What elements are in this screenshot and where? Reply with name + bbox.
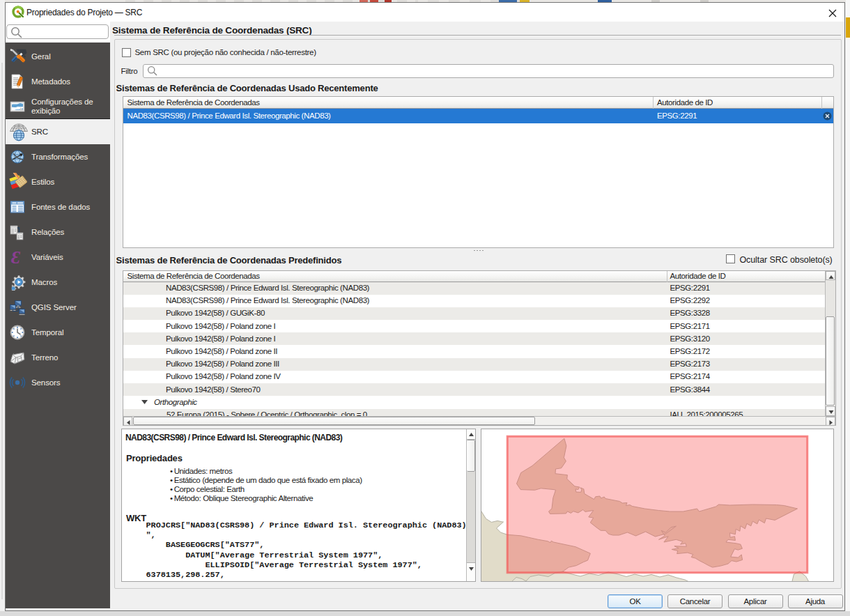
svg-text:Ɛ: Ɛ <box>11 249 21 265</box>
